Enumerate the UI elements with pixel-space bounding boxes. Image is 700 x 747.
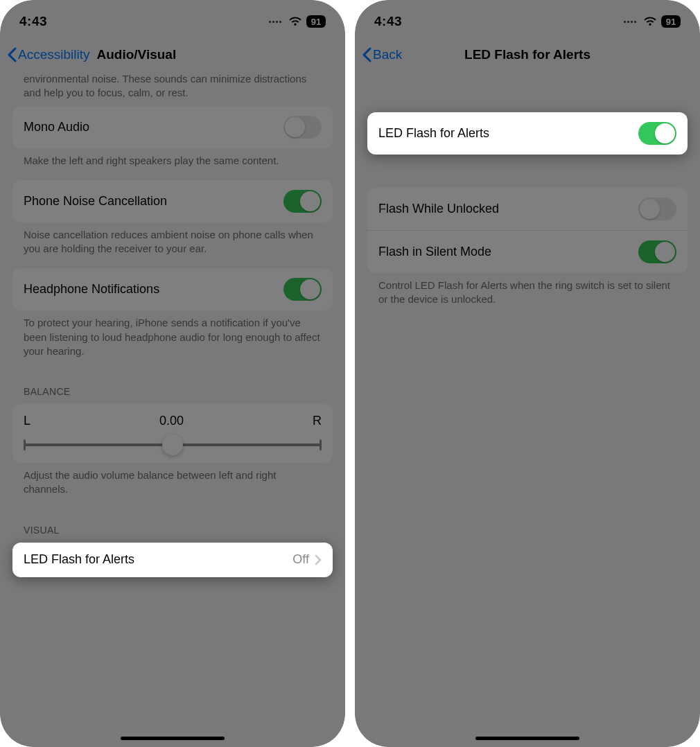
battery-indicator: 91 bbox=[661, 15, 681, 28]
chevron-right-icon bbox=[315, 554, 322, 565]
nav-bar: Accessibility Audio/Visual bbox=[0, 37, 345, 72]
balance-value: 0.00 bbox=[159, 414, 184, 428]
nav-title: LED Flash for Alerts bbox=[464, 47, 590, 62]
mono-audio-toggle[interactable] bbox=[283, 116, 322, 139]
led-options-desc: Control LED Flash for Alerts when the ri… bbox=[367, 273, 688, 319]
wifi-icon bbox=[643, 17, 657, 26]
cellular-dots-icon bbox=[269, 21, 281, 23]
home-indicator[interactable] bbox=[475, 737, 579, 740]
balance-right-label: R bbox=[313, 414, 322, 428]
led-flash-label: LED Flash for Alerts bbox=[24, 552, 134, 567]
home-indicator[interactable] bbox=[121, 737, 225, 740]
headphone-notif-group: Headphone Notifications bbox=[12, 268, 333, 310]
status-bar: 4:43 91 bbox=[0, 0, 345, 37]
led-main-label: LED Flash for Alerts bbox=[378, 126, 489, 141]
noise-cancel-toggle[interactable] bbox=[283, 190, 322, 213]
chevron-left-icon bbox=[362, 47, 371, 62]
nav-back-button[interactable]: Back bbox=[360, 44, 403, 65]
nav-back-button[interactable]: Accessibility bbox=[6, 44, 91, 65]
status-time: 4:43 bbox=[374, 14, 402, 29]
flash-unlocked-label: Flash While Unlocked bbox=[378, 202, 499, 216]
battery-indicator: 91 bbox=[306, 15, 326, 28]
mono-audio-group: Mono Audio bbox=[12, 106, 333, 148]
wifi-icon bbox=[288, 17, 302, 26]
nav-back-label: Back bbox=[373, 47, 402, 62]
balance-header: BALANCE bbox=[12, 371, 333, 404]
noise-cancel-label: Phone Noise Cancellation bbox=[24, 194, 167, 209]
headphone-notif-label: Headphone Notifications bbox=[24, 282, 159, 297]
screenshot-right-panel: 4:43 91 Back LED Flash for Alerts LED Fl… bbox=[355, 0, 700, 747]
led-main-toggle[interactable] bbox=[638, 122, 676, 145]
visual-header: VISUAL bbox=[12, 509, 333, 543]
led-main-cell[interactable]: LED Flash for Alerts bbox=[367, 112, 688, 155]
noise-cancel-desc: Noise cancellation reduces ambient noise… bbox=[12, 222, 333, 269]
status-bar: 4:43 91 bbox=[355, 0, 700, 37]
chevron-left-icon bbox=[7, 47, 17, 62]
mono-audio-cell[interactable]: Mono Audio bbox=[12, 106, 333, 148]
headphone-notif-desc: To protect your hearing, iPhone sends a … bbox=[12, 310, 333, 371]
flash-silent-cell[interactable]: Flash in Silent Mode bbox=[367, 230, 688, 273]
balance-slider-thumb[interactable] bbox=[162, 434, 183, 455]
truncated-desc: environmental noise. These sounds can mi… bbox=[0, 72, 345, 106]
cellular-dots-icon bbox=[624, 21, 636, 23]
balance-slider[interactable] bbox=[24, 443, 322, 446]
status-time: 4:43 bbox=[19, 14, 47, 29]
flash-silent-label: Flash in Silent Mode bbox=[378, 245, 491, 259]
nav-title: Audio/Visual bbox=[96, 47, 176, 62]
noise-cancel-group: Phone Noise Cancellation bbox=[12, 180, 333, 222]
headphone-notif-cell[interactable]: Headphone Notifications bbox=[12, 268, 333, 310]
flash-unlocked-toggle[interactable] bbox=[638, 197, 676, 220]
flash-silent-toggle[interactable] bbox=[638, 240, 676, 263]
mono-audio-desc: Make the left and right speakers play th… bbox=[12, 148, 333, 180]
led-options-group: Flash While Unlocked Flash in Silent Mod… bbox=[367, 188, 688, 273]
flash-unlocked-cell[interactable]: Flash While Unlocked bbox=[367, 188, 688, 230]
screenshot-left-panel: 4:43 91 Accessibility Audio/Visual envir… bbox=[0, 0, 345, 747]
headphone-notif-toggle[interactable] bbox=[283, 278, 322, 301]
balance-desc: Adjust the audio volume balance between … bbox=[12, 463, 333, 509]
led-main-group: LED Flash for Alerts bbox=[367, 112, 688, 155]
balance-left-label: L bbox=[24, 414, 30, 428]
led-flash-row[interactable]: LED Flash for Alerts Off bbox=[12, 543, 333, 577]
balance-slider-box: L 0.00 R bbox=[12, 404, 333, 463]
noise-cancel-cell[interactable]: Phone Noise Cancellation bbox=[12, 180, 333, 222]
nav-bar: Back LED Flash for Alerts bbox=[355, 37, 700, 72]
nav-back-label: Accessibility bbox=[18, 47, 89, 62]
mono-audio-label: Mono Audio bbox=[24, 120, 89, 134]
led-flash-value: Off bbox=[292, 552, 309, 567]
